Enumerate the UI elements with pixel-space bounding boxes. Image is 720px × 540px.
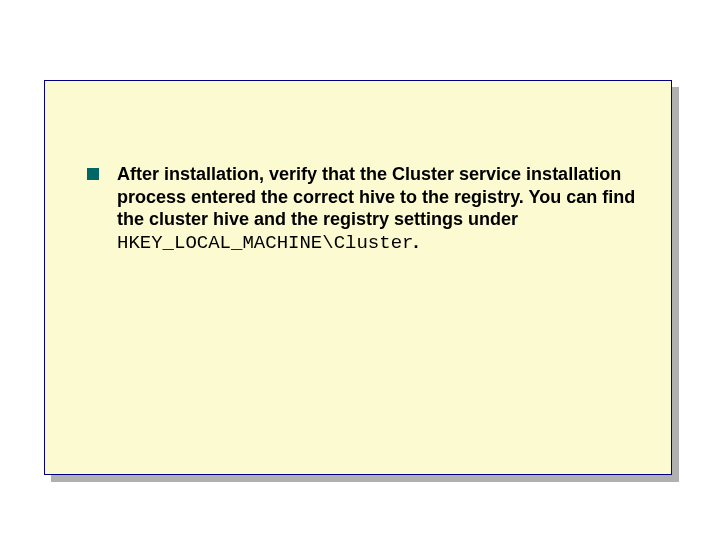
text-segment-2: .: [413, 232, 418, 252]
bullet-item: After installation, verify that the Clus…: [45, 81, 671, 255]
square-bullet-icon: [87, 168, 99, 180]
content-panel: After installation, verify that the Clus…: [44, 80, 672, 475]
registry-path: HKEY_LOCAL_MACHINE\Cluster: [117, 232, 413, 254]
text-segment-1: After installation, verify that the Clus…: [117, 164, 635, 229]
bullet-text: After installation, verify that the Clus…: [117, 163, 661, 255]
